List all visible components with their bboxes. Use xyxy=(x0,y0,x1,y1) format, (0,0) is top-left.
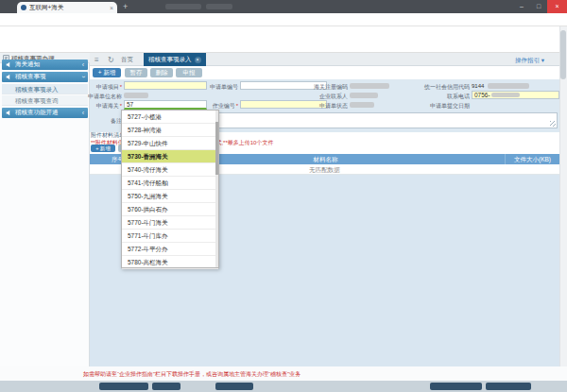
apply-item-field[interactable] xyxy=(124,81,207,90)
dropdown-option[interactable]: 5780-高栏海关 xyxy=(122,256,218,269)
apply-item-label: 申请项目* xyxy=(96,83,122,92)
scrollbar-thumb[interactable] xyxy=(215,122,218,175)
menu-toggle-icon[interactable]: ≡ xyxy=(94,56,99,64)
taskbar-item xyxy=(152,383,180,390)
browser-tab-strip: 互联网+海关 × + – □ × xyxy=(0,0,567,13)
redacted-chrome-item xyxy=(165,4,201,9)
help-guide-link[interactable]: 操作指引 ▾ xyxy=(515,57,544,65)
redacted-contact xyxy=(350,93,378,98)
attachment-add-button[interactable]: + 新增 xyxy=(91,145,115,152)
dropdown-option[interactable]: 5741-湾仔船舶 xyxy=(122,177,218,190)
taskbar xyxy=(0,381,567,392)
dropdown-option[interactable]: 5729-中山快件 xyxy=(122,137,218,150)
taskbar-item xyxy=(486,383,531,390)
window-maximize-button[interactable]: □ xyxy=(530,0,547,13)
page-scrollbar[interactable] xyxy=(559,26,567,381)
dropdown-option[interactable]: 5727-小榄港 xyxy=(122,111,218,124)
chevron-down-icon: › xyxy=(79,76,86,77)
page-scrollbar-thumb[interactable] xyxy=(560,30,566,79)
resize-grip[interactable] xyxy=(550,121,556,127)
taskbar-item xyxy=(430,383,482,390)
dropdown-option[interactable]: 5772-斗平分办 xyxy=(122,243,218,256)
browser-address-bar: ← → ↻ customs.chinaport.gov.cn/deskserve… xyxy=(0,13,567,26)
favicon xyxy=(21,5,26,10)
page-header: 互联网+海关 internet plus of customs 稽核查事项办理 … xyxy=(0,26,567,53)
status-label: 申请单状态 xyxy=(319,102,348,111)
dropdown-scrollbar[interactable] xyxy=(215,111,218,267)
dropdown-option-selected[interactable]: 5730-香洲海关 xyxy=(122,150,218,163)
redacted-company-name xyxy=(124,93,148,98)
redacted-customs-reg-code xyxy=(350,83,389,89)
job-no-field[interactable] xyxy=(240,100,327,109)
browser-window: 互联网+海关 × + – □ × ← → ↻ customs.chinaport… xyxy=(0,0,567,392)
temp-save-button[interactable]: 暂存 xyxy=(125,68,147,77)
window-minimize-button[interactable]: – xyxy=(513,0,530,13)
customs-reg-code-label: 海关注册编码 xyxy=(314,83,348,92)
sidebar-item-audit-matters[interactable]: 稽核查事项 › xyxy=(2,72,88,82)
customs-office-dropdown: 5727-小榄港 5728-神湾港 5729-中山快件 5730-香洲海关 57… xyxy=(121,110,219,268)
taskbar-item xyxy=(215,383,253,390)
submit-date-label: 申请单提交日期 xyxy=(430,102,470,111)
redacted-chrome-item xyxy=(206,4,232,9)
apply-customs-input[interactable]: 57 xyxy=(124,100,207,110)
tab-close-icon[interactable]: × xyxy=(195,57,201,63)
tab-home[interactable]: 首页 xyxy=(121,56,133,64)
speaker-icon xyxy=(6,110,12,116)
phone-label: 联系电话 xyxy=(447,93,470,101)
tab-audit-entry-active[interactable]: 稽核查事项录入 × xyxy=(144,53,206,66)
add-button[interactable]: + 新增 xyxy=(93,68,121,77)
dropdown-option[interactable]: 5750-九洲海关 xyxy=(122,190,218,203)
dropdown-option[interactable]: 5760-拱白石办 xyxy=(122,203,218,216)
chevron-left-icon: ‹ xyxy=(82,110,84,116)
credit-code-label: 统一社会信用代码 xyxy=(424,83,470,92)
company-name-label: 申请单位名称 xyxy=(88,93,122,101)
footer-note: 如需帮助请至“企业操作指南”栏目下载操作手册，或咨询属地主管海关办理“稽核查”业… xyxy=(83,370,301,379)
sidebar-item-audit-function-open[interactable]: 稽核查功能开通 ‹ xyxy=(2,108,88,118)
dropdown-option[interactable]: 5740-湾仔海关 xyxy=(122,163,218,177)
phone-field[interactable]: 0756- xyxy=(472,91,559,99)
apply-customs-label: 申请海关* xyxy=(96,102,122,111)
sidebar-item-audit-entry[interactable]: 稽核查事项录入 xyxy=(2,84,88,94)
window-close-button[interactable]: × xyxy=(547,0,567,13)
browser-tab-title: 互联网+海关 xyxy=(29,4,108,12)
delete-button[interactable]: 删除 xyxy=(150,68,173,77)
sidebar-item-customs-notice[interactable]: 海关通知 ‹ xyxy=(2,60,88,70)
declare-button[interactable]: 申报 xyxy=(176,68,202,77)
redacted-credit-code xyxy=(488,83,529,89)
redacted-status-value xyxy=(350,102,374,108)
credit-code-value: 9144 xyxy=(472,83,484,89)
speaker-icon xyxy=(6,61,12,68)
caret-down-icon: ▾ xyxy=(541,57,544,63)
apply-no-label: 申请单编号 xyxy=(210,83,238,92)
browser-tab[interactable]: 互联网+海关 × xyxy=(17,2,117,13)
tab-close-icon[interactable]: × xyxy=(110,5,113,11)
new-tab-button[interactable]: + xyxy=(123,2,128,11)
redacted-phone xyxy=(491,93,520,97)
chevron-left-icon: ‹ xyxy=(82,61,84,68)
dropdown-option[interactable]: 5771-斗门库办 xyxy=(122,230,218,243)
dropdown-option[interactable]: 5728-神湾港 xyxy=(122,124,218,137)
dropdown-option[interactable]: 5770-斗门海关 xyxy=(122,216,218,230)
speaker-icon xyxy=(6,74,12,80)
refresh-tabs-icon[interactable]: ↻ xyxy=(108,56,114,64)
column-header-file-size: 文件大小(KB) xyxy=(506,154,559,164)
taskbar-item xyxy=(99,383,148,390)
sidebar-item-audit-query[interactable]: 稽核查事项查询 xyxy=(2,95,88,106)
